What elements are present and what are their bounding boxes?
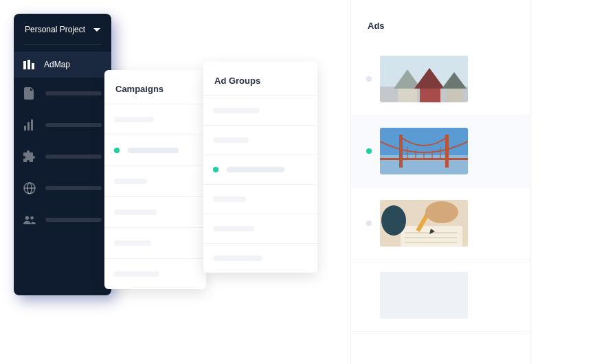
campaign-row[interactable] xyxy=(104,166,206,196)
adgroups-panel: Ad Groups xyxy=(203,62,317,273)
svg-rect-4 xyxy=(27,122,30,130)
document-icon xyxy=(23,87,36,100)
campaign-row[interactable] xyxy=(104,135,206,166)
admap-icon xyxy=(23,58,36,71)
campaign-row[interactable] xyxy=(104,104,206,135)
ad-row[interactable] xyxy=(351,115,530,187)
ad-thumbnail xyxy=(380,128,468,174)
status-dot xyxy=(114,148,120,153)
project-selector[interactable]: Personal Project xyxy=(14,14,111,41)
nav-web[interactable] xyxy=(14,172,111,204)
row-placeholder xyxy=(213,196,246,202)
ad-row[interactable] xyxy=(351,43,530,115)
svg-rect-5 xyxy=(31,120,33,130)
row-placeholder xyxy=(213,137,249,143)
ad-thumbnail xyxy=(380,56,468,102)
adgroup-row[interactable] xyxy=(203,214,317,243)
nav-placeholder xyxy=(45,218,102,222)
ad-row[interactable] xyxy=(351,187,530,260)
row-placeholder xyxy=(114,179,147,184)
adgroup-row[interactable] xyxy=(203,95,317,125)
row-placeholder xyxy=(213,226,254,231)
campaigns-title: Campaigns xyxy=(104,70,206,104)
status-dot xyxy=(366,220,372,226)
adgroups-title: Ad Groups xyxy=(203,62,317,95)
puzzle-icon xyxy=(23,150,36,163)
ad-thumbnail xyxy=(380,272,468,319)
nav-team[interactable] xyxy=(14,204,111,236)
adgroup-row[interactable] xyxy=(203,155,317,184)
status-dot xyxy=(366,76,372,82)
ads-panel: Ads xyxy=(350,0,530,364)
svg-point-9 xyxy=(25,216,29,220)
nav-placeholder xyxy=(45,91,102,95)
row-placeholder xyxy=(213,108,260,113)
row-placeholder xyxy=(227,167,284,172)
row-placeholder xyxy=(114,271,159,277)
adgroup-row[interactable] xyxy=(203,243,317,273)
nav-integrations[interactable] xyxy=(14,141,111,172)
chevron-down-icon xyxy=(93,28,100,32)
globe-icon xyxy=(23,182,36,194)
campaign-row[interactable] xyxy=(104,227,206,258)
nav-placeholder xyxy=(45,123,102,127)
svg-point-10 xyxy=(30,216,34,220)
row-placeholder xyxy=(114,240,151,246)
people-icon xyxy=(23,214,36,226)
ad-row[interactable] xyxy=(351,260,530,332)
sidebar: Personal Project AdMap xyxy=(14,14,111,295)
svg-rect-2 xyxy=(32,63,34,69)
row-placeholder xyxy=(213,255,262,261)
row-placeholder xyxy=(114,209,157,215)
svg-rect-0 xyxy=(23,61,26,69)
campaigns-panel: Campaigns xyxy=(104,70,206,289)
nav-admap[interactable]: AdMap xyxy=(14,52,111,78)
chart-icon xyxy=(23,119,36,131)
campaign-row[interactable] xyxy=(104,196,206,227)
status-dot xyxy=(366,148,372,154)
nav-analytics[interactable] xyxy=(14,109,111,141)
divider xyxy=(23,44,102,45)
ads-title: Ads xyxy=(351,0,530,43)
ad-thumbnail xyxy=(380,200,468,247)
row-placeholder xyxy=(128,148,179,153)
svg-rect-3 xyxy=(24,126,26,130)
campaign-row[interactable] xyxy=(104,258,206,289)
nav-documents[interactable] xyxy=(14,78,111,109)
nav-placeholder xyxy=(45,186,102,190)
row-placeholder xyxy=(114,117,154,122)
nav-label: AdMap xyxy=(44,60,70,69)
status-dot xyxy=(213,167,218,172)
svg-rect-1 xyxy=(27,60,30,69)
adgroup-row[interactable] xyxy=(203,184,317,214)
project-label: Personal Project xyxy=(25,25,85,34)
adgroup-row[interactable] xyxy=(203,125,317,155)
nav-placeholder xyxy=(45,155,102,159)
